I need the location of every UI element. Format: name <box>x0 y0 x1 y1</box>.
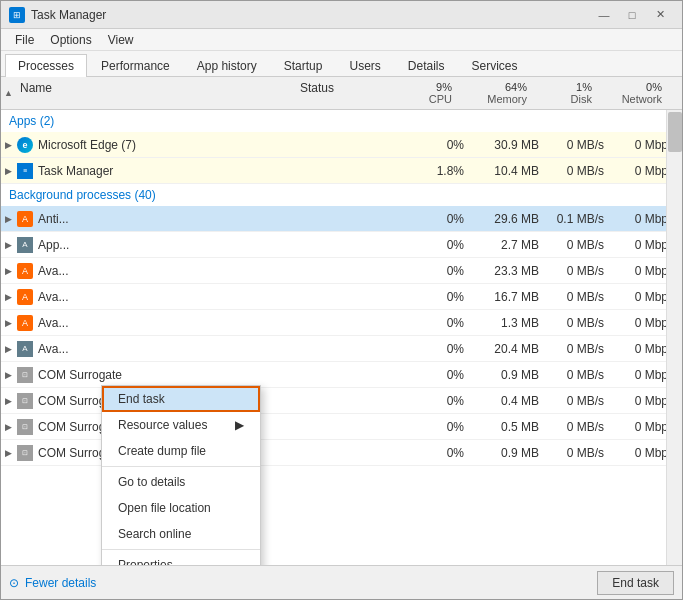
expand-icon[interactable]: ▶ <box>1 240 16 250</box>
row-process-name: Ava... <box>38 290 312 304</box>
row-memory: 0.5 MB <box>472 420 547 434</box>
row-memory: 2.7 MB <box>472 238 547 252</box>
table-row[interactable]: ▶ e Microsoft Edge (7) 0% 30.9 MB 0 MB/s… <box>1 132 682 158</box>
menu-view[interactable]: View <box>100 31 142 49</box>
menu-file[interactable]: File <box>7 31 42 49</box>
expand-icon[interactable]: ▶ <box>1 422 16 432</box>
expand-icon[interactable]: ▶ <box>1 266 16 276</box>
row-process-name: Ava... <box>38 264 312 278</box>
expand-icon[interactable]: ▶ <box>1 214 16 224</box>
tab-services[interactable]: Services <box>459 54 531 76</box>
expand-icon[interactable]: ▶ <box>1 344 16 354</box>
row-process-name: Task Manager <box>38 164 312 178</box>
expand-icon[interactable]: ▶ <box>1 166 16 176</box>
expand-icon[interactable]: ▶ <box>1 140 16 150</box>
row-disk: 0 MB/s <box>547 394 612 408</box>
task-manager-window: ⊞ Task Manager — □ ✕ File Options View P… <box>0 0 683 600</box>
submenu-arrow-icon: ▶ <box>235 418 244 432</box>
footer: ⊙ Fewer details End task <box>1 565 682 599</box>
tab-startup[interactable]: Startup <box>271 54 336 76</box>
menu-options[interactable]: Options <box>42 31 99 49</box>
col-status-header[interactable]: Status <box>296 77 386 109</box>
row-disk: 0 MB/s <box>547 316 612 330</box>
row-process-name: Microsoft Edge (7) <box>38 138 312 152</box>
table-body: Apps (2) ▶ e Microsoft Edge (7) 0% 30.9 … <box>1 110 682 565</box>
ctx-properties[interactable]: Properties <box>102 552 260 565</box>
ctx-search-online[interactable]: Search online <box>102 521 260 547</box>
row-memory: 29.6 MB <box>472 212 547 226</box>
row-process-name: App... <box>38 238 312 252</box>
row-disk: 0 MB/s <box>547 264 612 278</box>
ctx-open-location[interactable]: Open file location <box>102 495 260 521</box>
tab-details[interactable]: Details <box>395 54 458 76</box>
scrollbar-thumb[interactable] <box>668 112 682 152</box>
expand-icon[interactable]: ▶ <box>1 318 16 328</box>
row-disk: 0 MB/s <box>547 290 612 304</box>
context-menu: End task Resource values ▶ Create dump f… <box>101 385 261 565</box>
row-cpu: 1.8% <box>402 164 472 178</box>
title-bar-text: Task Manager <box>31 8 590 22</box>
col-name-header[interactable]: Name <box>16 77 296 109</box>
maximize-button[interactable]: □ <box>618 1 646 29</box>
app-icon-com2: ⊡ <box>16 392 34 410</box>
row-cpu: 0% <box>402 238 472 252</box>
row-disk: 0 MB/s <box>547 420 612 434</box>
table-row[interactable]: ▶ A Ava... 0% 1.3 MB 0 MB/s 0 Mbps <box>1 310 682 336</box>
table-row[interactable]: ▶ A Ava... 0% 16.7 MB 0 MB/s 0 Mbps <box>1 284 682 310</box>
app-icon-avast3: A <box>16 288 34 306</box>
row-memory: 23.3 MB <box>472 264 547 278</box>
expand-icon[interactable]: ▶ <box>1 396 16 406</box>
expand-icon[interactable]: ▶ <box>1 370 16 380</box>
scrollbar[interactable] <box>666 110 682 565</box>
row-cpu: 0% <box>402 316 472 330</box>
sort-arrow[interactable]: ▲ <box>1 77 16 109</box>
row-process-name: Ava... <box>38 342 312 356</box>
row-disk: 0 MB/s <box>547 138 612 152</box>
ctx-resource-values[interactable]: Resource values ▶ <box>102 412 260 438</box>
row-cpu: 0% <box>402 368 472 382</box>
col-network-header[interactable]: 0% Network <box>596 77 666 109</box>
table-row[interactable]: ▶ A Anti... 0% 29.6 MB 0.1 MB/s 0 Mbps <box>1 206 682 232</box>
ctx-create-dump[interactable]: Create dump file <box>102 438 260 464</box>
table-row[interactable]: ▶ A App... 0% 2.7 MB 0 MB/s 0 Mbps <box>1 232 682 258</box>
row-disk: 0 MB/s <box>547 164 612 178</box>
minimize-button[interactable]: — <box>590 1 618 29</box>
title-bar: ⊞ Task Manager — □ ✕ <box>1 1 682 29</box>
tab-processes[interactable]: Processes <box>5 54 87 77</box>
row-cpu: 0% <box>402 212 472 226</box>
table-row[interactable]: ▶ A Ava... 0% 20.4 MB 0 MB/s 0 Mbps <box>1 336 682 362</box>
fewer-details-button[interactable]: ⊙ Fewer details <box>9 576 96 590</box>
row-disk: 0 MB/s <box>547 446 612 460</box>
close-button[interactable]: ✕ <box>646 1 674 29</box>
row-memory: 16.7 MB <box>472 290 547 304</box>
row-memory: 0.4 MB <box>472 394 547 408</box>
chevron-down-icon: ⊙ <box>9 576 19 590</box>
expand-icon[interactable]: ▶ <box>1 448 16 458</box>
col-cpu-header[interactable]: 9% CPU <box>386 77 456 109</box>
ctx-go-details[interactable]: Go to details <box>102 469 260 495</box>
row-cpu: 0% <box>402 138 472 152</box>
row-process-name: Ava... <box>38 316 312 330</box>
row-memory: 10.4 MB <box>472 164 547 178</box>
row-memory: 20.4 MB <box>472 342 547 356</box>
row-cpu: 0% <box>402 420 472 434</box>
app-icon: ⊞ <box>9 7 25 23</box>
table-row[interactable]: ▶ ≡ Task Manager 1.8% 10.4 MB 0 MB/s 0 M… <box>1 158 682 184</box>
app-icon-taskmgr: ≡ <box>16 162 34 180</box>
tab-performance[interactable]: Performance <box>88 54 183 76</box>
row-memory: 0.9 MB <box>472 446 547 460</box>
row-cpu: 0% <box>402 264 472 278</box>
ctx-end-task[interactable]: End task <box>102 386 260 412</box>
row-process-name: Anti... <box>38 212 312 226</box>
window-controls: — □ ✕ <box>590 1 674 29</box>
col-memory-header[interactable]: 64% Memory <box>456 77 531 109</box>
tab-app-history[interactable]: App history <box>184 54 270 76</box>
table-row[interactable]: ▶ A Ava... 0% 23.3 MB 0 MB/s 0 Mbps <box>1 258 682 284</box>
app-icon-com4: ⊡ <box>16 444 34 462</box>
expand-icon[interactable]: ▶ <box>1 292 16 302</box>
table-header: ▲ Name Status 9% CPU 64% Memory 1% Disk … <box>1 77 682 110</box>
ctx-separator <box>102 466 260 467</box>
tab-users[interactable]: Users <box>336 54 393 76</box>
end-task-button[interactable]: End task <box>597 571 674 595</box>
col-disk-header[interactable]: 1% Disk <box>531 77 596 109</box>
